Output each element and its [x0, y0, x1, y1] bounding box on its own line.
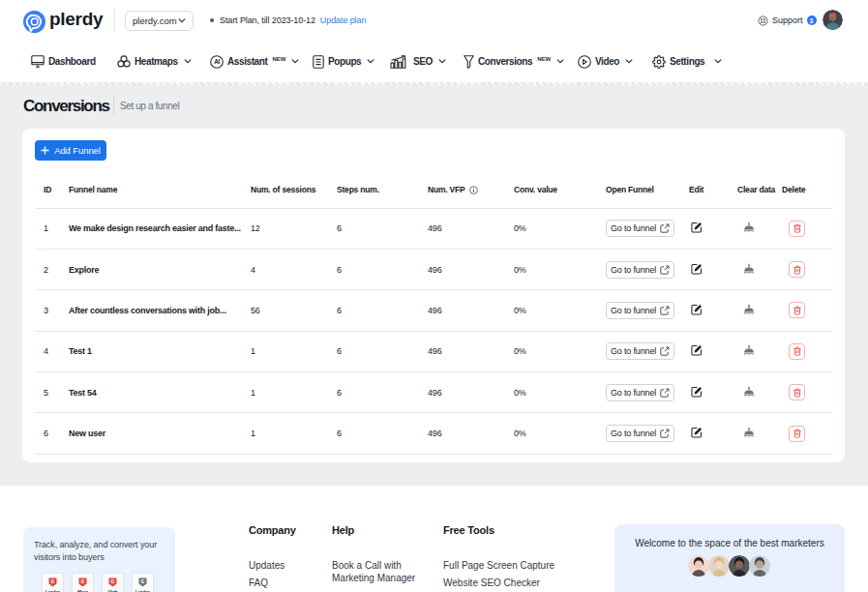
svg-text:G: G	[111, 578, 115, 584]
svg-text:G: G	[81, 578, 85, 584]
svg-text:AI: AI	[214, 58, 220, 65]
svg-text:G: G	[141, 578, 145, 584]
svg-text:G: G	[51, 578, 55, 584]
